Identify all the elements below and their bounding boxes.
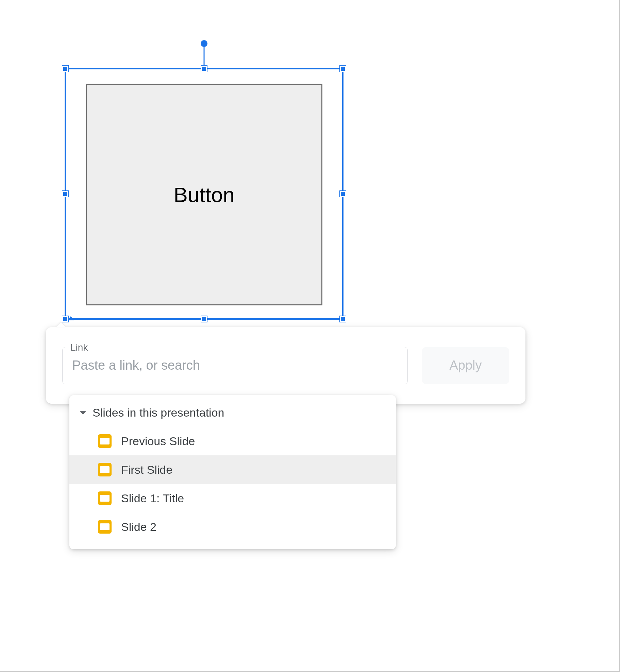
shape-rectangle[interactable]: Button [86, 84, 322, 305]
rotate-connector [204, 45, 205, 66]
resize-handle-middle-left[interactable] [62, 191, 68, 197]
link-field-label: Link [68, 342, 90, 353]
link-anchor-icon [67, 316, 74, 320]
apply-button[interactable]: Apply [422, 347, 509, 384]
resize-handle-bottom-right[interactable] [340, 316, 346, 322]
link-input[interactable] [62, 347, 408, 384]
dropdown-item[interactable]: Previous Slide [69, 427, 396, 455]
dropdown-item-label: Previous Slide [121, 435, 195, 448]
resize-handle-top-right[interactable] [340, 66, 346, 72]
popup-arrow-icon [56, 322, 66, 327]
dropdown-item-label: First Slide [121, 463, 172, 476]
resize-handle-top-left[interactable] [62, 66, 68, 72]
shape-label: Button [173, 183, 234, 207]
link-field: Link [62, 347, 408, 384]
resize-handle-bottom-middle[interactable] [201, 316, 207, 322]
dropdown-item-label: Slide 1: Title [121, 492, 184, 505]
insert-link-popup: Link Apply [46, 327, 525, 404]
dropdown-item-label: Slide 2 [121, 520, 156, 534]
dropdown-section-title: Slides in this presentation [93, 406, 224, 419]
rotate-handle[interactable] [201, 40, 207, 47]
slide-canvas[interactable]: Button Link Apply Slides in this present… [0, 0, 620, 672]
slide-icon [98, 434, 112, 448]
dropdown-item[interactable]: First Slide [69, 455, 396, 484]
chevron-down-icon [80, 411, 86, 415]
slide-icon [98, 463, 112, 476]
slide-icon [98, 520, 112, 534]
dropdown-item[interactable]: Slide 1: Title [69, 484, 396, 513]
resize-handle-top-middle[interactable] [201, 66, 207, 72]
link-suggestions-dropdown: Slides in this presentation Previous Sli… [69, 395, 396, 549]
slide-icon [98, 491, 112, 505]
resize-handle-middle-right[interactable] [340, 191, 346, 197]
selection-box[interactable]: Button [65, 68, 343, 320]
dropdown-section-header[interactable]: Slides in this presentation [69, 404, 396, 427]
dropdown-item[interactable]: Slide 2 [69, 513, 396, 541]
